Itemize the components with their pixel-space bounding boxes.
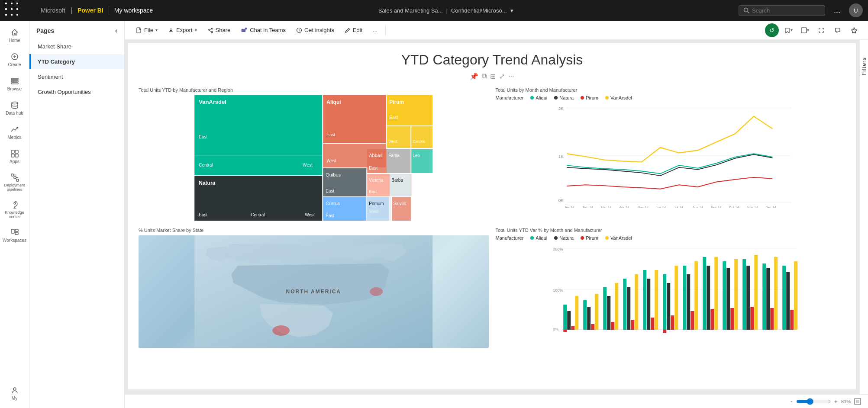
page-growth-opportunities[interactable]: Growth Opportunities — [29, 84, 124, 100]
comment-button[interactable] — [831, 23, 845, 37]
svg-rect-131 — [651, 318, 654, 330]
pages-collapse-button[interactable]: ‹ — [115, 27, 117, 35]
svg-text:West: West — [326, 158, 336, 163]
nav-create[interactable]: Create — [2, 48, 28, 71]
nav-browse[interactable]: Browse — [2, 73, 28, 95]
svg-rect-130 — [647, 279, 650, 330]
chat-teams-button[interactable]: Chat in Teams — [236, 25, 290, 36]
svg-rect-133 — [663, 274, 666, 330]
nav-deployment[interactable]: Deployment pipelines — [2, 170, 28, 195]
main-layout: Home Create Browse Data hub Metrics Apps… — [0, 21, 868, 408]
title-chevron[interactable]: ▾ — [510, 7, 513, 14]
insights-button[interactable]: Get insights — [292, 25, 339, 35]
visual-copy[interactable]: ⧉ — [482, 72, 487, 80]
svg-rect-124 — [615, 283, 618, 330]
icon-nav: Home Create Browse Data hub Metrics Apps… — [0, 21, 29, 408]
svg-point-34 — [299, 28, 299, 29]
star-button[interactable] — [847, 23, 861, 37]
svg-rect-139 — [691, 311, 694, 330]
nav-my[interactable]: My — [2, 382, 28, 405]
svg-text:Central: Central — [413, 139, 425, 144]
svg-rect-118 — [587, 307, 590, 330]
svg-rect-156 — [774, 257, 778, 330]
refresh-button[interactable]: ↺ — [765, 23, 779, 37]
teams-icon — [241, 27, 248, 34]
nav-metrics-label: Metrics — [7, 135, 21, 140]
share-button[interactable]: Share — [203, 25, 235, 35]
svg-text:Central: Central — [251, 212, 265, 217]
svg-text:West: West — [388, 139, 397, 144]
page-sentiment[interactable]: Sentiment — [29, 69, 124, 84]
visual-more[interactable]: ··· — [508, 72, 514, 80]
zoom-plus[interactable]: + — [834, 398, 838, 405]
filters-panel[interactable]: Filters — [859, 40, 868, 394]
insights-icon — [296, 27, 302, 33]
map-section: % Units Market Share by State — [135, 224, 492, 351]
view-button[interactable]: ▾ — [798, 23, 812, 37]
chat-label: Chat in Teams — [250, 27, 286, 33]
svg-rect-158 — [786, 272, 790, 330]
nav-home[interactable]: Home — [2, 24, 28, 47]
svg-text:Pomum: Pomum — [369, 201, 384, 206]
svg-text:Aliqui: Aliqui — [326, 99, 341, 105]
nav-knowledge-label: Knowledge center — [3, 210, 26, 219]
toolbar: File ▾ Export ▾ Share Chat in Teams Get … — [125, 21, 868, 40]
svg-rect-153 — [762, 263, 766, 330]
svg-rect-144 — [714, 257, 718, 330]
grid-menu[interactable] — [5, 3, 21, 18]
treemap-visual[interactable]: VanArsdel Central East West Aliqui East — [139, 95, 489, 221]
svg-text:East: East — [199, 212, 207, 217]
edit-button[interactable]: Edit — [340, 25, 367, 35]
fit-page-icon[interactable] — [854, 398, 861, 405]
fullscreen-button[interactable] — [814, 23, 828, 37]
zoom-slider[interactable] — [796, 398, 831, 405]
svg-rect-132 — [655, 270, 658, 330]
nav-workspaces[interactable]: Workspaces — [2, 224, 28, 247]
svg-rect-11 — [11, 154, 14, 157]
page-ytd-category[interactable]: YTD Category — [29, 54, 124, 69]
toolbar-more-button[interactable]: ... — [368, 25, 382, 35]
svg-text:East: East — [326, 189, 334, 193]
visual-filter[interactable]: ⊞ — [490, 72, 496, 80]
svg-rect-138 — [687, 274, 690, 330]
user-avatar[interactable]: U — [849, 3, 863, 17]
report-title-bar: Sales and Marketing Sa... | Confidential… — [158, 7, 733, 14]
topbar-more-button[interactable]: ... — [830, 4, 844, 17]
visual-pin[interactable]: 📌 — [470, 72, 478, 80]
page-market-share[interactable]: Market Share — [29, 39, 124, 54]
nav-datahub[interactable]: Data hub — [2, 97, 28, 119]
svg-text:200%: 200% — [553, 247, 563, 251]
legend-vanarsdel: VanArsdel — [610, 95, 632, 100]
svg-rect-127 — [631, 320, 634, 330]
svg-rect-164 — [856, 400, 859, 403]
nav-knowledge[interactable]: Knowledge center — [2, 197, 28, 222]
svg-rect-119 — [591, 324, 594, 330]
nav-apps[interactable]: Apps — [2, 145, 28, 168]
topbar: Microsoft | Power BI My workspace Sales … — [0, 0, 868, 21]
map-visual[interactable]: NORTH AMERICA — [139, 235, 489, 348]
bookmark-button[interactable]: ▾ — [781, 23, 795, 37]
visual-focus[interactable]: ⤢ — [499, 72, 505, 80]
edit-icon — [345, 27, 351, 33]
bar-chart-visual[interactable]: 200% 100% 0% — [496, 244, 846, 339]
export-button[interactable]: Export ▾ — [164, 25, 201, 35]
bar-legend: Manufacturer Aliqui Natura Pirum VanArsd… — [496, 235, 846, 241]
file-button[interactable]: File ▾ — [132, 25, 162, 35]
toolbar-right: ↺ ▾ ▾ — [765, 23, 861, 37]
ms-logo — [26, 6, 35, 15]
svg-text:Apr-14: Apr-14 — [619, 206, 629, 208]
svg-rect-157 — [782, 266, 786, 330]
zoom-minus[interactable]: - — [791, 398, 793, 405]
app-name-microsoft: Microsoft — [41, 7, 65, 14]
bar-legend-vanarsdel: VanArsdel — [610, 235, 632, 241]
search-box[interactable] — [739, 5, 825, 16]
svg-text:West: West — [303, 163, 313, 167]
nav-metrics[interactable]: Metrics — [2, 121, 28, 144]
line-chart-visual[interactable]: 2K 1K 0K — [496, 104, 846, 208]
svg-rect-151 — [750, 307, 754, 330]
svg-line-1 — [747, 12, 749, 13]
report-canvas[interactable]: YTD Category Trend Analysis 📌 ⧉ ⊞ ⤢ ··· … — [125, 40, 859, 394]
search-input[interactable] — [752, 7, 813, 14]
svg-text:Leo: Leo — [413, 153, 420, 158]
zoom-value: 81% — [841, 399, 851, 404]
